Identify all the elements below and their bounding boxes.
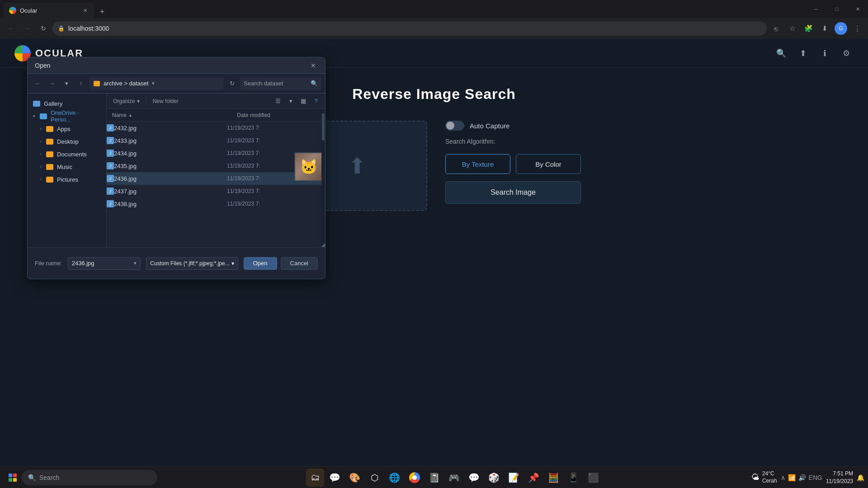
- notification-icon[interactable]: 🔔: [857, 474, 864, 481]
- table-row[interactable]: J 2434.jpg 11/19/2023 7:: [107, 147, 325, 160]
- open-button[interactable]: Open: [244, 257, 277, 270]
- extensions-icon[interactable]: 🧩: [801, 21, 816, 36]
- table-row[interactable]: J 2438.jpg 11/19/2023 7:: [107, 197, 325, 210]
- taskbar-app-chrome[interactable]: [406, 469, 424, 487]
- dialog-title: Open: [35, 62, 309, 69]
- chrome-icon: [409, 472, 420, 483]
- taskbar-app-calculator[interactable]: 🧮: [545, 469, 563, 487]
- sidebar-item-apps[interactable]: › Apps: [28, 122, 106, 135]
- tab-close-button[interactable]: ✕: [81, 7, 89, 14]
- footer-buttons: Open Cancel: [244, 257, 318, 270]
- dialog-titlebar: Open ✕: [28, 57, 325, 74]
- vertical-scrollbar[interactable]: [321, 109, 325, 247]
- taskbar-app-blender[interactable]: 🎨: [346, 469, 364, 487]
- filename-input[interactable]: 2436.jpg ▾: [68, 257, 141, 270]
- filetype-select[interactable]: Custom Files (*.jfif;*.pjpeg;*.jpe... ▾: [146, 257, 238, 270]
- lock-icon: 🔒: [58, 25, 65, 32]
- volume-icon[interactable]: 🔊: [798, 474, 806, 481]
- taskbar-app-terminal[interactable]: ⬛: [585, 469, 603, 487]
- taskbar-app-steam[interactable]: 🎲: [485, 469, 503, 487]
- filename-dropdown-icon[interactable]: ▾: [134, 260, 137, 266]
- organize-button[interactable]: Organize ▾: [110, 97, 142, 105]
- table-row[interactable]: J 2437.jpg 11/19/2023 7:: [107, 185, 325, 197]
- table-row[interactable]: J 2432.jpg 11/19/2023 7:: [107, 122, 325, 134]
- menu-icon[interactable]: ⋮: [850, 21, 864, 36]
- chat-icon: 💬: [329, 472, 340, 483]
- language-icon[interactable]: ENG: [809, 474, 822, 481]
- steam-icon: 🎲: [488, 472, 500, 483]
- start-button[interactable]: [4, 469, 22, 487]
- refresh-button[interactable]: ↻: [36, 21, 51, 36]
- tab-favicon: [9, 7, 16, 14]
- taskbar-app-unity[interactable]: ⬡: [366, 469, 384, 487]
- dialog-search-field[interactable]: Search dataset 🔍: [240, 77, 321, 90]
- taskbar-app-onenote[interactable]: 📓: [425, 469, 443, 487]
- list-view-button[interactable]: ☰: [273, 96, 283, 107]
- new-folder-button[interactable]: New folder: [150, 97, 181, 105]
- sidebar-item-pictures[interactable]: › Pictures: [28, 173, 106, 186]
- file-type-icon: J: [107, 162, 114, 169]
- breadcrumb-bar[interactable]: archive > dataset ▾: [89, 77, 224, 90]
- scrollbar-thumb[interactable]: [322, 113, 325, 141]
- active-tab[interactable]: Ocular ✕: [4, 3, 94, 18]
- details-view-button[interactable]: ▦: [298, 96, 309, 107]
- minimize-button[interactable]: ─: [806, 0, 826, 18]
- taskbar-app-line[interactable]: 💬: [465, 469, 483, 487]
- taskbar-app-vscode[interactable]: 📝: [505, 469, 523, 487]
- taskbar-app-edge[interactable]: 🌐: [386, 469, 404, 487]
- new-tab-button[interactable]: +: [96, 5, 108, 18]
- sidebar-item-documents[interactable]: › Documents: [28, 148, 106, 160]
- cast-icon[interactable]: ⎋: [769, 21, 783, 36]
- taskbar-app-sticky[interactable]: 📌: [525, 469, 543, 487]
- dialog-dropdown-button[interactable]: ▾: [60, 77, 73, 90]
- breadcrumb-dropdown-icon[interactable]: ▾: [152, 80, 155, 86]
- dialog-main: Organize ▾ New folder ☰ ▾ ▦ ? Name: [107, 94, 325, 247]
- restore-button[interactable]: □: [826, 0, 847, 18]
- dialog-resize-handle[interactable]: ◢: [320, 242, 325, 247]
- taskbar-search-bar[interactable]: 🔍 Search: [22, 470, 157, 485]
- col-name-header[interactable]: Name ▲: [107, 112, 233, 118]
- profile-icon[interactable]: G: [834, 21, 848, 36]
- filetype-value: Custom Files (*.jfif;*.pjpeg;*.jpe...: [150, 260, 229, 267]
- start-icon: [9, 474, 17, 482]
- vscode-icon: 📝: [508, 472, 519, 483]
- close-button[interactable]: ✕: [847, 0, 868, 18]
- sidebar-item-onedrive[interactable]: ▾ OneDrive - Perso...: [28, 110, 106, 122]
- table-row[interactable]: J 2435.jpg 11/19/2023 7:: [107, 160, 325, 172]
- dialog-back-button[interactable]: ←: [31, 77, 44, 90]
- taskbar-app-line2[interactable]: 📱: [565, 469, 583, 487]
- sidebar-item-gallery[interactable]: Gallery: [28, 97, 106, 110]
- taskbar-app-chat[interactable]: 💬: [326, 469, 344, 487]
- taskbar-app-explorer[interactable]: 🗂: [306, 469, 324, 487]
- table-row-selected[interactable]: J 2436.jpg 11/19/2023 7:: [107, 172, 325, 185]
- forward-button[interactable]: →: [20, 21, 34, 36]
- dialog-up-button[interactable]: ↑: [75, 77, 87, 90]
- dialog-refresh-button[interactable]: ↻: [226, 77, 238, 90]
- dialog-search-icon: 🔍: [311, 80, 318, 87]
- col-date-header[interactable]: Date modified: [233, 112, 325, 118]
- cancel-button[interactable]: Cancel: [281, 257, 318, 270]
- sidebar-item-desktop[interactable]: › Desktop: [28, 135, 106, 148]
- dialog-forward-button[interactable]: →: [46, 77, 58, 90]
- url-text: localhost:3000: [68, 25, 109, 32]
- sidebar-item-music[interactable]: › Music: [28, 160, 106, 173]
- desktop-chevron-icon: ›: [40, 139, 42, 144]
- url-bar[interactable]: 🔒 localhost:3000: [52, 21, 767, 36]
- taskbar: 🔍 Search 🗂 💬 🎨 ⬡ 🌐 📓 🎮: [0, 466, 868, 488]
- help-button[interactable]: ?: [311, 96, 321, 107]
- apps-chevron-icon: ›: [40, 127, 42, 131]
- file-type-icon: J: [107, 200, 114, 207]
- sidebar-item-music-label: Music: [57, 164, 72, 170]
- wifi-icon[interactable]: 📶: [788, 474, 796, 481]
- view-dropdown-button[interactable]: ▾: [285, 96, 296, 107]
- bookmark-icon[interactable]: ☆: [785, 21, 799, 36]
- dialog-close-button[interactable]: ✕: [309, 61, 318, 70]
- back-button[interactable]: ←: [4, 21, 18, 36]
- taskbar-app-origin[interactable]: 🎮: [445, 469, 463, 487]
- taskbar-clock[interactable]: 7:51 PM 11/19/2023: [826, 470, 853, 485]
- download-icon[interactable]: ⬇: [817, 21, 832, 36]
- new-folder-label: New folder: [153, 98, 179, 104]
- table-row[interactable]: J 2433.jpg 11/19/2023 7:: [107, 134, 325, 147]
- up-arrow-icon[interactable]: ∧: [781, 474, 785, 481]
- cat-image-preview: [295, 153, 322, 180]
